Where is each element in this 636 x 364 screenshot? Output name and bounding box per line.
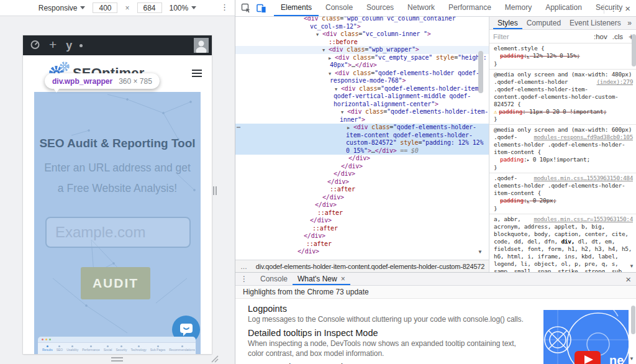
style-rule-line[interactable]: 824572 {: [494, 101, 633, 108]
toggle-hover-state-button[interactable]: :hov: [594, 33, 607, 40]
tree-line[interactable]: horizontal-alignment-center">: [235, 101, 489, 109]
whatsnew-item-title[interactable]: Logpoints: [248, 304, 531, 314]
style-rule-line[interactable]: ⚠padding: 11px 0 20 0 !important;: [494, 108, 633, 116]
tab-performance[interactable]: Performance: [442, 0, 498, 16]
drawer-scrollbar-thumb[interactable]: [631, 306, 635, 334]
tree-line[interactable]: item-content qodef-elements-holder-: [235, 132, 489, 140]
tree-line[interactable]: </div>: [235, 155, 489, 163]
tree-line[interactable]: ▶<div class="vc_empty_space" style="heig…: [235, 54, 489, 62]
emulation-menu-icon[interactable]: ⋮: [220, 2, 229, 12]
style-rule-line[interactable]: elements-holder .qodef-elements-holder-: [494, 182, 633, 189]
tree-line[interactable]: inner">: [235, 116, 489, 124]
style-rule-line[interactable]: item-content {: [494, 148, 633, 156]
zoom-dropdown[interactable]: 100%: [170, 4, 197, 12]
dashboard-gauge-icon[interactable]: [30, 39, 40, 52]
tree-line[interactable]: vc_col-sm-12">: [235, 23, 489, 31]
tree-line[interactable]: custom-824572" style="padding: 12% 12%: [235, 139, 489, 147]
tree-line[interactable]: ::after: [235, 240, 489, 248]
style-rule-line[interactable]: padding:▸ 0 20px;: [494, 197, 633, 205]
source-link[interactable]: (index):279: [596, 78, 633, 86]
tab-console[interactable]: Console: [319, 0, 360, 16]
style-rule-line[interactable]: code, dd, del, dfn, div, dl, dt, em,: [494, 238, 633, 245]
tree-line[interactable]: </div>: [235, 178, 489, 186]
tree-line[interactable]: </div>: [235, 170, 489, 178]
style-rule-line[interactable]: acronym, address, applet, b, big,: [494, 223, 633, 230]
tree-line[interactable]: ▼<div class="qodef-elements-holder-item: [235, 85, 489, 93]
tree-line[interactable]: <div class="wpb_column vc_column_contain…: [235, 17, 489, 23]
viewport-resize-handle-corner[interactable]: [210, 354, 219, 364]
user-avatar[interactable]: [194, 38, 209, 53]
source-link[interactable]: modules.min.css…1553963150:484: [534, 175, 633, 182]
tab-application[interactable]: Application: [538, 0, 589, 16]
video-thumbnail[interactable]: ne: [543, 310, 629, 364]
drawer-tab-what-s-new[interactable]: What's New×: [293, 273, 350, 285]
style-rule-line[interactable]: blockquote, body, caption, center, cite,: [494, 230, 633, 238]
style-rule-line[interactable]: @media only screen and (max-width: 480px…: [494, 71, 633, 78]
style-rule-line[interactable]: padding:▸ 12% 12% 0 15%;: [494, 52, 633, 60]
style-rule-line[interactable]: samp, small, span, strike, strong, sub,: [494, 268, 633, 272]
style-rule-line[interactable]: modules.min.css…r=1553963150:4a, abbr,: [494, 216, 633, 223]
whatsnew-item-title[interactable]: Detailed tooltips in Inspect Mode: [248, 328, 531, 338]
style-rule-line[interactable]: elements-holder .qodef-elements-holder-: [494, 141, 633, 148]
viewport-width-input[interactable]: [93, 2, 117, 13]
tree-line[interactable]: responsive-mode-768">: [235, 77, 489, 85]
drawer-tab-console[interactable]: Console: [255, 273, 293, 285]
style-rule-line[interactable]: }: [494, 164, 633, 171]
tree-line[interactable]: 40px">…</div>: [235, 61, 489, 70]
tree-line[interactable]: </div>: [235, 232, 489, 240]
tree-line[interactable]: ::before: [235, 39, 489, 47]
tree-line[interactable]: </div>: [235, 194, 489, 202]
toggle-class-button[interactable]: .cls: [612, 33, 623, 40]
style-rule-line[interactable]: (index):279.qodef-elements-holder: [494, 78, 633, 86]
yoast-seo-icon[interactable]: y: [66, 39, 72, 52]
drawer-menu-icon[interactable]: ⋮: [240, 275, 248, 283]
sidebar-tab-event-listeners[interactable]: Event Listeners: [565, 17, 625, 29]
source-link[interactable]: modules.min.css…r=1553963150:4: [534, 216, 633, 223]
audit-button[interactable]: AUDIT: [81, 267, 150, 299]
tree-line[interactable]: qodef-vertical-alignment-middle qodef-: [235, 93, 489, 101]
new-content-plus-icon[interactable]: +: [49, 39, 57, 50]
tab-close-icon[interactable]: ×: [341, 273, 345, 285]
styles-filter-input[interactable]: [493, 33, 589, 40]
inspect-element-icon[interactable]: [241, 3, 251, 13]
device-viewport[interactable]: + y SEOp: [23, 35, 212, 354]
style-rule-line[interactable]: .qodef-elements-holder-item-: [494, 86, 633, 93]
tree-line[interactable]: ▶<div class="qodef-elements-holder-: [235, 124, 489, 132]
tree-line[interactable]: </div>: [235, 217, 489, 225]
style-rule-line[interactable]: }: [494, 60, 633, 68]
tree-line[interactable]: ▼<div class="wpb_wrapper">: [235, 46, 489, 54]
tree-gutter-ellipsis[interactable]: …: [237, 122, 241, 129]
style-rule-line[interactable]: @media only screen and (max-width: 600px…: [494, 126, 633, 134]
devtools-menu-icon[interactable]: ⋮: [609, 4, 617, 13]
style-rule-line[interactable]: modules-respons…fd9ad38cb0:105.qodef-: [494, 134, 633, 141]
device-toolbar-icon[interactable]: [257, 3, 266, 13]
device-type-dropdown[interactable]: Responsive: [39, 4, 86, 12]
tree-line[interactable]: </div>: [235, 163, 489, 171]
tab-elements[interactable]: Elements: [274, 0, 319, 16]
style-rule-line[interactable]: content.qodef-elements-holder-custom-: [494, 93, 633, 101]
style-rule-line[interactable]: element.style {: [494, 45, 633, 52]
style-rule-line[interactable]: h6, html, i, iframe, ins, kbd, label,: [494, 253, 633, 260]
source-link[interactable]: modules-respons…fd9ad38cb0:105: [534, 134, 633, 141]
hamburger-menu-icon[interactable]: [192, 70, 202, 79]
tree-line[interactable]: 0 15%">…</div> == $0: [235, 147, 489, 155]
tree-line[interactable]: ::after: [235, 209, 489, 217]
style-rule-line[interactable]: padding:▸ 0 10px!important;: [494, 156, 633, 164]
url-input[interactable]: [47, 218, 189, 247]
viewport-resize-handle-right[interactable]: [213, 186, 217, 195]
tree-line[interactable]: ::after: [235, 225, 489, 233]
breadcrumb-selected-node[interactable]: div.qodef-elements-holder-item-content.q…: [256, 263, 484, 270]
tree-line[interactable]: ▼<div class="qodef-elements-holder qodef…: [235, 70, 489, 78]
tree-line[interactable]: ::after: [235, 186, 489, 194]
elements-scrollbar-thumb[interactable]: [478, 51, 483, 93]
tree-line[interactable]: ▼<div class="vc_column-inner ">: [235, 30, 489, 39]
style-rule-line[interactable]: modules.min.css…1553963150:484.qodef-: [494, 175, 633, 182]
tab-sources[interactable]: Sources: [360, 0, 401, 16]
styles-scrollbar-thumb[interactable]: [632, 34, 636, 66]
viewport-height-input[interactable]: [137, 2, 162, 13]
style-rule-line[interactable]: }: [494, 205, 633, 212]
style-rule-line[interactable]: legend, li, object, ol, p, pre, q, s,: [494, 260, 633, 268]
viewport-resize-handle-bottom[interactable]: [111, 357, 123, 363]
style-rule-line[interactable]: }: [494, 116, 633, 123]
sidebar-tab-computed[interactable]: Computed: [522, 17, 565, 29]
